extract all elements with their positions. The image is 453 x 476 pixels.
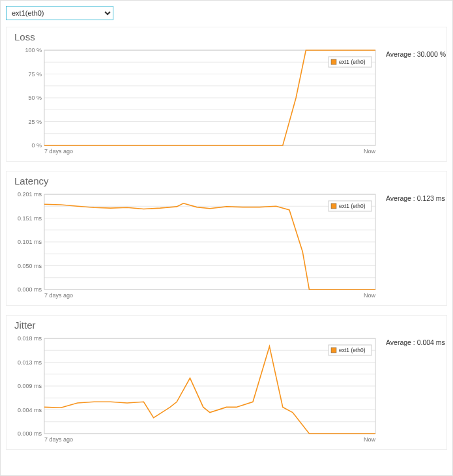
svg-text:ext1 (eth0): ext1 (eth0): [339, 59, 366, 65]
loss-chart-title: Loss: [14, 31, 443, 42]
svg-text:75 %: 75 %: [28, 71, 42, 78]
jitter-average-value: 0.004 ms: [417, 338, 445, 346]
svg-rect-38: [331, 203, 336, 209]
svg-text:ext1 (eth0): ext1 (eth0): [339, 203, 366, 209]
jitter-average-label: Average : 0.004 ms: [386, 335, 445, 445]
svg-text:0.018 ms: 0.018 ms: [18, 335, 42, 342]
svg-text:7 days ago: 7 days ago: [44, 292, 73, 299]
svg-text:0.000 ms: 0.000 ms: [18, 430, 42, 437]
latency-average-label: Average : 0.123 ms: [386, 190, 445, 301]
svg-text:0.004 ms: 0.004 ms: [18, 407, 42, 413]
svg-text:Now: Now: [364, 148, 376, 155]
svg-text:50 %: 50 %: [28, 95, 42, 101]
loss-chart-panel: Loss0 %25 %50 %75 %100 %7 days agoNowext…: [6, 27, 447, 162]
svg-text:0.050 ms: 0.050 ms: [18, 263, 42, 269]
latency-average-value: 0.123 ms: [417, 194, 445, 202]
svg-text:0 %: 0 %: [31, 142, 42, 149]
svg-text:0.201 ms: 0.201 ms: [18, 191, 42, 198]
jitter-chart-title: Jitter: [14, 320, 443, 331]
svg-text:100 %: 100 %: [25, 47, 42, 53]
svg-text:0.009 ms: 0.009 ms: [18, 383, 42, 389]
jitter-chart-plot: 0.000 ms0.004 ms0.009 ms0.013 ms0.018 ms…: [14, 335, 379, 445]
svg-text:7 days ago: 7 days ago: [44, 436, 73, 443]
svg-text:0.000 ms: 0.000 ms: [18, 286, 42, 293]
svg-text:ext1 (eth0): ext1 (eth0): [339, 347, 366, 353]
svg-rect-58: [331, 348, 336, 353]
svg-text:0.101 ms: 0.101 ms: [18, 239, 42, 245]
svg-text:25 %: 25 %: [28, 119, 42, 125]
loss-average-value: 30.000 %: [417, 50, 446, 58]
svg-rect-18: [331, 59, 336, 65]
latency-chart-panel: Latency0.000 ms0.050 ms0.101 ms0.151 ms0…: [6, 171, 447, 306]
loss-chart-plot: 0 %25 %50 %75 %100 %7 days agoNowext1 (e…: [14, 46, 379, 157]
loss-average-label: Average : 30.000 %: [386, 46, 446, 157]
interface-select[interactable]: ext1(eth0): [6, 6, 113, 20]
latency-chart-title: Latency: [14, 175, 443, 186]
svg-text:Now: Now: [364, 436, 376, 443]
svg-text:0.151 ms: 0.151 ms: [18, 215, 42, 222]
svg-text:0.013 ms: 0.013 ms: [18, 359, 42, 366]
jitter-chart-panel: Jitter0.000 ms0.004 ms0.009 ms0.013 ms0.…: [6, 315, 447, 450]
svg-text:7 days ago: 7 days ago: [44, 148, 73, 155]
latency-chart-plot: 0.000 ms0.050 ms0.101 ms0.151 ms0.201 ms…: [14, 190, 379, 301]
svg-text:Now: Now: [364, 292, 376, 299]
